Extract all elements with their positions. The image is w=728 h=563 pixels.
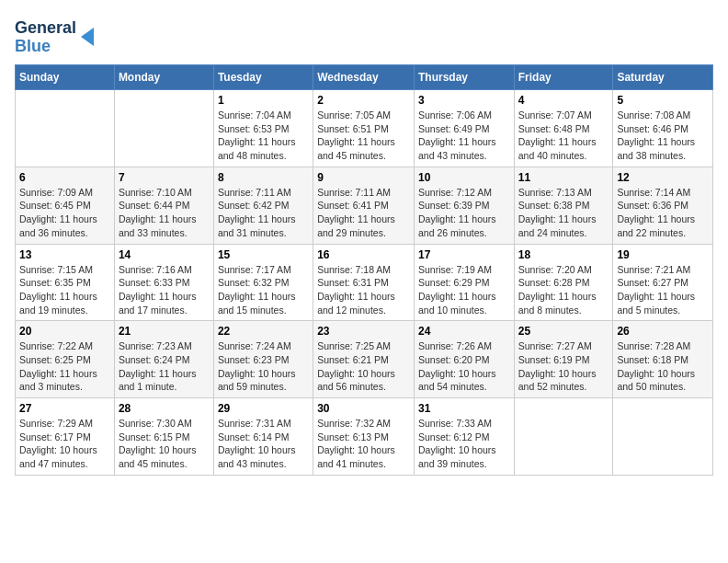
day-number: 1 xyxy=(218,94,309,107)
weekday-header-cell: Thursday xyxy=(414,65,514,90)
calendar-cell: 31Sunrise: 7:33 AM Sunset: 6:12 PM Dayli… xyxy=(414,398,514,476)
day-info: Sunrise: 7:13 AM Sunset: 6:38 PM Dayligh… xyxy=(518,186,609,240)
calendar-cell: 5Sunrise: 7:08 AM Sunset: 6:46 PM Daylig… xyxy=(613,90,713,167)
day-info: Sunrise: 7:10 AM Sunset: 6:44 PM Dayligh… xyxy=(119,186,210,240)
weekday-header-cell: Sunday xyxy=(16,65,115,90)
calendar-cell: 4Sunrise: 7:07 AM Sunset: 6:48 PM Daylig… xyxy=(514,90,613,167)
day-number: 8 xyxy=(218,171,309,184)
day-number: 5 xyxy=(617,94,709,107)
calendar-cell xyxy=(114,90,213,167)
day-info: Sunrise: 7:22 AM Sunset: 6:25 PM Dayligh… xyxy=(19,339,110,394)
day-info: Sunrise: 7:33 AM Sunset: 6:12 PM Dayligh… xyxy=(418,417,510,471)
day-info: Sunrise: 7:27 AM Sunset: 6:19 PM Dayligh… xyxy=(518,339,609,394)
day-number: 11 xyxy=(518,171,609,184)
calendar-cell: 15Sunrise: 7:17 AM Sunset: 6:32 PM Dayli… xyxy=(213,244,313,321)
calendar-cell xyxy=(514,398,613,476)
day-number: 15 xyxy=(218,248,309,261)
calendar-cell: 12Sunrise: 7:14 AM Sunset: 6:36 PM Dayli… xyxy=(613,167,713,244)
day-info: Sunrise: 7:05 AM Sunset: 6:51 PM Dayligh… xyxy=(317,109,410,163)
day-info: Sunrise: 7:12 AM Sunset: 6:39 PM Dayligh… xyxy=(418,186,510,240)
day-info: Sunrise: 7:18 AM Sunset: 6:31 PM Dayligh… xyxy=(317,263,410,317)
calendar-cell: 11Sunrise: 7:13 AM Sunset: 6:38 PM Dayli… xyxy=(514,167,613,244)
day-info: Sunrise: 7:08 AM Sunset: 6:46 PM Dayligh… xyxy=(617,109,709,163)
day-info: Sunrise: 7:24 AM Sunset: 6:23 PM Dayligh… xyxy=(218,339,309,394)
day-number: 24 xyxy=(418,325,510,338)
calendar-cell: 19Sunrise: 7:21 AM Sunset: 6:27 PM Dayli… xyxy=(613,244,713,321)
weekday-header-cell: Wednesday xyxy=(313,65,415,90)
day-info: Sunrise: 7:25 AM Sunset: 6:21 PM Dayligh… xyxy=(317,339,410,394)
calendar-cell: 21Sunrise: 7:23 AM Sunset: 6:24 PM Dayli… xyxy=(114,321,213,398)
day-info: Sunrise: 7:26 AM Sunset: 6:20 PM Dayligh… xyxy=(418,339,510,394)
day-number: 25 xyxy=(518,325,609,338)
weekday-header-cell: Tuesday xyxy=(213,65,313,90)
calendar-cell: 8Sunrise: 7:11 AM Sunset: 6:42 PM Daylig… xyxy=(213,167,313,244)
day-number: 12 xyxy=(617,171,709,184)
calendar-cell: 6Sunrise: 7:09 AM Sunset: 6:45 PM Daylig… xyxy=(16,167,115,244)
day-info: Sunrise: 7:28 AM Sunset: 6:18 PM Dayligh… xyxy=(617,339,709,394)
day-info: Sunrise: 7:04 AM Sunset: 6:53 PM Dayligh… xyxy=(218,109,309,163)
calendar-cell: 26Sunrise: 7:28 AM Sunset: 6:18 PM Dayli… xyxy=(613,321,713,398)
day-info: Sunrise: 7:06 AM Sunset: 6:49 PM Dayligh… xyxy=(418,109,510,163)
calendar-week-row: 20Sunrise: 7:22 AM Sunset: 6:25 PM Dayli… xyxy=(16,321,713,398)
svg-marker-1 xyxy=(81,28,94,46)
calendar-cell: 28Sunrise: 7:30 AM Sunset: 6:15 PM Dayli… xyxy=(114,398,213,476)
calendar-cell: 9Sunrise: 7:11 AM Sunset: 6:41 PM Daylig… xyxy=(313,167,415,244)
calendar-cell: 29Sunrise: 7:31 AM Sunset: 6:14 PM Dayli… xyxy=(213,398,313,476)
day-info: Sunrise: 7:16 AM Sunset: 6:33 PM Dayligh… xyxy=(119,263,210,317)
day-number: 6 xyxy=(19,171,110,184)
calendar-cell: 18Sunrise: 7:20 AM Sunset: 6:28 PM Dayli… xyxy=(514,244,613,321)
day-number: 27 xyxy=(19,402,110,415)
day-number: 7 xyxy=(119,171,210,184)
calendar-week-row: 6Sunrise: 7:09 AM Sunset: 6:45 PM Daylig… xyxy=(16,167,713,244)
calendar-cell: 20Sunrise: 7:22 AM Sunset: 6:25 PM Dayli… xyxy=(16,321,115,398)
calendar-cell xyxy=(16,90,115,167)
logo: GeneralBlue xyxy=(15,15,97,55)
day-number: 31 xyxy=(418,402,510,415)
day-info: Sunrise: 7:11 AM Sunset: 6:42 PM Dayligh… xyxy=(218,186,309,240)
day-info: Sunrise: 7:23 AM Sunset: 6:24 PM Dayligh… xyxy=(119,339,210,394)
calendar-cell: 1Sunrise: 7:04 AM Sunset: 6:53 PM Daylig… xyxy=(213,90,313,167)
day-info: Sunrise: 7:15 AM Sunset: 6:35 PM Dayligh… xyxy=(19,263,110,317)
calendar-cell: 24Sunrise: 7:26 AM Sunset: 6:20 PM Dayli… xyxy=(414,321,514,398)
day-info: Sunrise: 7:14 AM Sunset: 6:36 PM Dayligh… xyxy=(617,186,709,240)
day-info: Sunrise: 7:20 AM Sunset: 6:28 PM Dayligh… xyxy=(518,263,609,317)
day-info: Sunrise: 7:29 AM Sunset: 6:17 PM Dayligh… xyxy=(19,417,110,471)
calendar-cell: 30Sunrise: 7:32 AM Sunset: 6:13 PM Dayli… xyxy=(313,398,415,476)
calendar-cell: 10Sunrise: 7:12 AM Sunset: 6:39 PM Dayli… xyxy=(414,167,514,244)
calendar-week-row: 27Sunrise: 7:29 AM Sunset: 6:17 PM Dayli… xyxy=(16,398,713,476)
day-info: Sunrise: 7:07 AM Sunset: 6:48 PM Dayligh… xyxy=(518,109,609,163)
day-number: 14 xyxy=(119,248,210,261)
day-info: Sunrise: 7:19 AM Sunset: 6:29 PM Dayligh… xyxy=(418,263,510,317)
calendar-cell: 14Sunrise: 7:16 AM Sunset: 6:33 PM Dayli… xyxy=(114,244,213,321)
svg-text:Blue: Blue xyxy=(15,37,51,55)
calendar-cell: 23Sunrise: 7:25 AM Sunset: 6:21 PM Dayli… xyxy=(313,321,415,398)
day-info: Sunrise: 7:21 AM Sunset: 6:27 PM Dayligh… xyxy=(617,263,709,317)
day-number: 18 xyxy=(518,248,609,261)
day-number: 29 xyxy=(218,402,309,415)
weekday-header-cell: Saturday xyxy=(613,65,713,90)
calendar-cell: 2Sunrise: 7:05 AM Sunset: 6:51 PM Daylig… xyxy=(313,90,415,167)
calendar-cell: 17Sunrise: 7:19 AM Sunset: 6:29 PM Dayli… xyxy=(414,244,514,321)
day-number: 2 xyxy=(317,94,410,107)
page-header: GeneralBlue xyxy=(15,15,713,55)
day-number: 3 xyxy=(418,94,510,107)
calendar-cell: 25Sunrise: 7:27 AM Sunset: 6:19 PM Dayli… xyxy=(514,321,613,398)
calendar-table: SundayMondayTuesdayWednesdayThursdayFrid… xyxy=(15,64,713,476)
day-info: Sunrise: 7:31 AM Sunset: 6:14 PM Dayligh… xyxy=(218,417,309,471)
day-number: 23 xyxy=(317,325,410,338)
day-number: 28 xyxy=(119,402,210,415)
day-info: Sunrise: 7:30 AM Sunset: 6:15 PM Dayligh… xyxy=(119,417,210,471)
day-number: 9 xyxy=(317,171,410,184)
day-number: 30 xyxy=(317,402,410,415)
day-number: 21 xyxy=(119,325,210,338)
calendar-cell: 16Sunrise: 7:18 AM Sunset: 6:31 PM Dayli… xyxy=(313,244,415,321)
svg-text:General: General xyxy=(15,18,76,37)
calendar-cell: 22Sunrise: 7:24 AM Sunset: 6:23 PM Dayli… xyxy=(213,321,313,398)
calendar-cell xyxy=(613,398,713,476)
calendar-week-row: 13Sunrise: 7:15 AM Sunset: 6:35 PM Dayli… xyxy=(16,244,713,321)
day-info: Sunrise: 7:11 AM Sunset: 6:41 PM Dayligh… xyxy=(317,186,410,240)
calendar-cell: 27Sunrise: 7:29 AM Sunset: 6:17 PM Dayli… xyxy=(16,398,115,476)
day-number: 26 xyxy=(617,325,709,338)
day-number: 10 xyxy=(418,171,510,184)
day-number: 17 xyxy=(418,248,510,261)
